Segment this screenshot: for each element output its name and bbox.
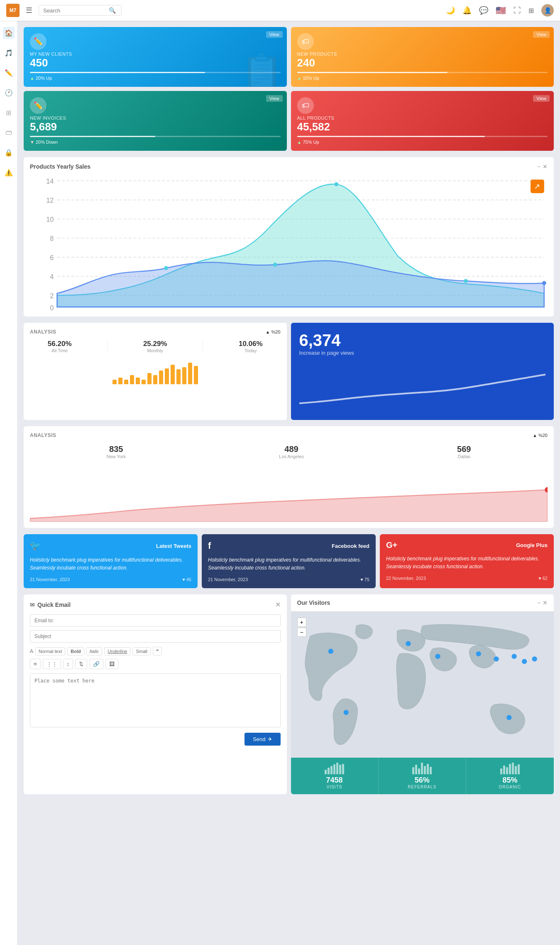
email-textarea[interactable] xyxy=(30,673,281,727)
sort-icon-btn[interactable]: ↕ xyxy=(63,659,73,669)
view-button-all-products[interactable]: View xyxy=(533,95,550,102)
stat-cards-grid: View ✏️ MY NEW CLIENTS 450 ▲ 20% Up 📋 Vi… xyxy=(24,27,554,151)
grid-icon-btn[interactable]: ⋮⋮ xyxy=(43,659,61,669)
send-button[interactable]: Send ✈ xyxy=(245,733,280,746)
bell-icon[interactable]: 🔔 xyxy=(462,6,472,15)
analysis-row: ANALYSIS ▲ %20 56.20% All Time 25.29% Mo… xyxy=(24,323,554,420)
stat-card-all-products: View 🏷 ALL PRODUCTS 45,582 ▲ 75% Up xyxy=(291,91,554,151)
map-zoom-in[interactable]: + xyxy=(297,618,306,627)
social-cards-row: 🐦 Latest Tweets Holisticly benchmark plu… xyxy=(24,534,554,588)
font-icon: A xyxy=(30,648,33,654)
svg-text:↗: ↗ xyxy=(534,182,540,191)
image-icon-btn[interactable]: 🖼 xyxy=(105,659,118,669)
svg-point-44 xyxy=(506,715,511,720)
view-button-clients[interactable]: View xyxy=(266,31,283,38)
referrals-value: 56% xyxy=(384,776,461,785)
svg-point-39 xyxy=(476,651,481,656)
stat-today-label: Today xyxy=(239,348,263,353)
list-icon-btn[interactable]: ≡ xyxy=(30,659,41,669)
la-label: Los Angeles xyxy=(279,454,304,459)
filter-icon-btn[interactable]: ⇅ xyxy=(75,659,87,669)
visitors-close-button[interactable]: ✕ xyxy=(543,599,548,606)
svg-point-40 xyxy=(494,657,499,662)
svg-point-36 xyxy=(343,710,348,715)
stat-card-new-clients: View ✏️ MY NEW CLIENTS 450 ▲ 20% Up 📋 xyxy=(24,27,287,87)
view-button-invoices[interactable]: View xyxy=(266,95,283,102)
twitter-icon: 🐦 xyxy=(30,540,41,551)
email-to-input[interactable] xyxy=(30,614,281,627)
sidebar-item-grid[interactable]: ⊞ xyxy=(3,107,15,118)
page-views-label: Increase in page views xyxy=(299,350,546,356)
svg-point-23 xyxy=(164,266,168,270)
email-card-header: ✉ Quick Email ✕ xyxy=(30,601,281,609)
chart-close-button[interactable]: ✕ xyxy=(543,163,548,170)
top-nav: M7 ☰ 🔍 🌙 🔔 💬 🇺🇸 ⛶ ⊞ 👤 xyxy=(0,0,560,21)
svg-point-42 xyxy=(522,659,527,664)
search-icon: 🔍 xyxy=(109,7,116,14)
small-btn[interactable]: Small xyxy=(132,647,151,655)
organic-label: ORGANIC xyxy=(471,785,549,789)
twitter-title: Latest Tweets xyxy=(156,543,191,549)
svg-point-43 xyxy=(532,657,537,662)
google-text: Holisticly benchmark plug imperatives fo… xyxy=(386,555,548,571)
analysis-title: ANALYSIS xyxy=(30,329,56,335)
svg-text:14: 14 xyxy=(46,177,54,185)
mini-line-chart xyxy=(299,362,546,412)
fullscreen-icon[interactable]: ⛶ xyxy=(514,6,521,15)
avatar[interactable]: 👤 xyxy=(541,4,554,17)
link-icon-btn[interactable]: 🔗 xyxy=(89,659,103,669)
stat-today-value: 10.06% xyxy=(239,340,263,348)
analysis-header: ANALYSIS ▲ %20 xyxy=(30,329,281,335)
organic-stat: 85% ORGANIC xyxy=(466,758,554,794)
italic-btn[interactable]: Italic xyxy=(86,647,103,655)
visitors-minimize-button[interactable]: − xyxy=(537,599,540,606)
sidebar-item-home[interactable]: 🏠 xyxy=(3,27,15,39)
stat-dallas: 569 Dallas xyxy=(457,444,471,459)
main-content: View ✏️ MY NEW CLIENTS 450 ▲ 20% Up 📋 Vi… xyxy=(17,21,560,945)
svg-point-26 xyxy=(464,279,468,283)
visits-value: 7458 xyxy=(296,776,373,785)
sidebar-item-lock[interactable]: 🔒 xyxy=(3,147,15,158)
stat-monthly-label: Monthly xyxy=(143,348,167,353)
svg-text:10: 10 xyxy=(46,216,54,223)
underline-btn[interactable]: Underline xyxy=(104,647,130,655)
email-icon: ✉ xyxy=(30,601,35,608)
facebook-likes: ♥ 75 xyxy=(360,577,369,582)
sidebar-item-edit[interactable]: ✏️ xyxy=(3,67,15,79)
quote-btn[interactable]: ❝ xyxy=(153,647,162,655)
stat-value-products: 240 xyxy=(297,56,548,69)
card-icon-clients: ✏️ xyxy=(30,33,46,50)
normal-text-btn[interactable]: Normal text xyxy=(35,647,65,655)
analysis-card-left: ANALYSIS ▲ %20 56.20% All Time 25.29% Mo… xyxy=(24,323,287,420)
bold-btn[interactable]: Bold xyxy=(67,647,84,655)
svg-point-41 xyxy=(511,654,516,659)
moon-icon[interactable]: 🌙 xyxy=(446,6,455,15)
sidebar-item-alert[interactable]: ⚠️ xyxy=(3,167,15,178)
social-card-twitter: 🐦 Latest Tweets Holisticly benchmark plu… xyxy=(24,534,198,588)
chat-icon[interactable]: 💬 xyxy=(479,6,488,15)
social-card-google: G+ Google Plus Holisticly benchmark plug… xyxy=(380,534,554,588)
visits-label: VISITS xyxy=(296,785,373,789)
chart-minimize-button[interactable]: − xyxy=(537,163,540,170)
sidebar-item-music[interactable]: 🎵 xyxy=(3,47,15,59)
stat-card-new-products: View 🏷 NEW PRODUCTS 240 ▲ 15% Up xyxy=(291,27,554,87)
hamburger-icon[interactable]: ☰ xyxy=(26,6,32,15)
view-button-products[interactable]: View xyxy=(533,31,550,38)
sidebar-item-archive[interactable]: 🗃 xyxy=(3,127,15,138)
visitors-stats-bar: 7458 VISITS 56% xyxy=(291,758,554,794)
stat-divider1 xyxy=(107,340,108,353)
newyork-value: 835 xyxy=(107,444,126,454)
card-icon-invoices: ✏️ xyxy=(30,97,46,114)
stat-change-all-products: ▲ 75% Up xyxy=(297,140,548,145)
email-close-button[interactable]: ✕ xyxy=(275,601,281,609)
sidebar-item-clock[interactable]: 🕐 xyxy=(3,87,15,98)
map-zoom-out[interactable]: − xyxy=(297,628,306,637)
la-value: 489 xyxy=(279,444,304,454)
google-likes: ♥ 62 xyxy=(538,576,548,581)
analysis-card-right: 6,374 Increase in page views xyxy=(291,323,554,420)
settings-icon[interactable]: ⊞ xyxy=(528,7,534,15)
email-subject-input[interactable] xyxy=(30,630,281,643)
svg-point-37 xyxy=(406,641,411,646)
search-input[interactable] xyxy=(43,7,105,14)
svg-text:0: 0 xyxy=(50,304,54,310)
